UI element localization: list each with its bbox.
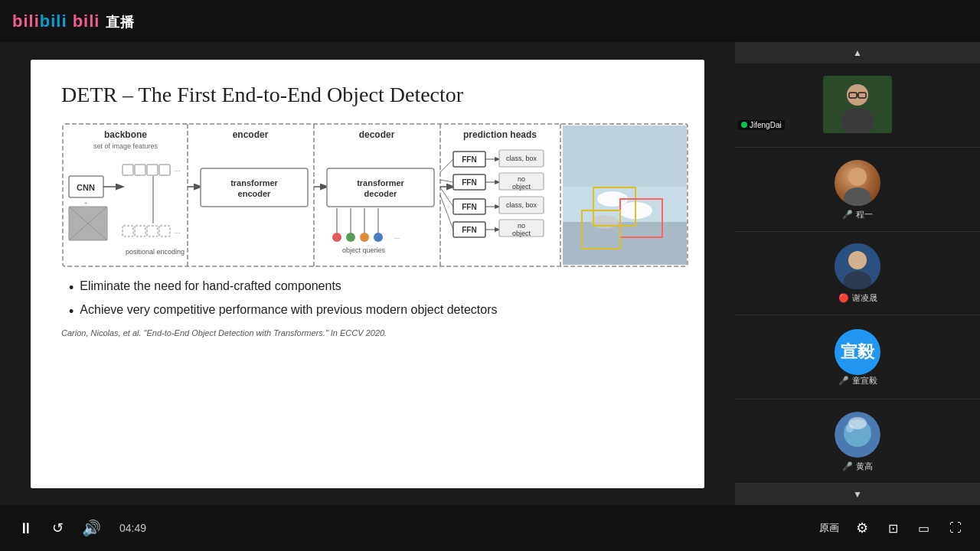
participant-card-chengy: 🎤 程一: [735, 148, 980, 232]
svg-line-72: [440, 187, 453, 207]
svg-text:CNN: CNN: [77, 183, 95, 192]
svg-line-73: [440, 195, 453, 230]
svg-point-36: [346, 233, 355, 242]
bullet-dot-1: •: [69, 279, 74, 297]
svg-text:FFN: FFN: [462, 155, 476, 164]
svg-text:object: object: [512, 230, 531, 237]
participant-card-huang: 🎤 黄高: [735, 399, 980, 484]
svg-text:FFN: FFN: [462, 178, 476, 187]
participant-avatar-chengy: [835, 160, 880, 206]
svg-text:+: +: [84, 200, 88, 207]
mic-icon-xie: 🔴: [838, 293, 849, 303]
svg-text:encoder: encoder: [238, 189, 272, 198]
svg-text:FFN: FFN: [462, 226, 476, 234]
scroll-down-button[interactable]: ▼: [735, 484, 980, 505]
svg-text:decoder: decoder: [364, 189, 398, 198]
svg-rect-13: [147, 165, 158, 175]
time-display: 04:49: [119, 522, 146, 534]
participant-avatar-xie: [835, 243, 880, 289]
original-quality-button[interactable]: 原画: [819, 521, 839, 535]
presenter-name-overlay: JifengDai: [738, 120, 785, 130]
volume-button[interactable]: 🔊: [79, 516, 104, 540]
svg-text:class, box: class, box: [506, 201, 537, 209]
svg-text:no: no: [518, 222, 525, 230]
participant-card-jifengdai: JifengDai: [735, 64, 980, 148]
svg-text:···: ···: [394, 234, 400, 242]
participant-name-bar-huang: 🎤 黄高: [738, 461, 977, 472]
scroll-up-button[interactable]: ▲: [735, 42, 980, 64]
svg-rect-11: [122, 165, 133, 175]
svg-text:class, box: class, box: [506, 155, 537, 162]
svg-point-90: [848, 168, 867, 186]
play-pause-button[interactable]: ⏸: [15, 517, 37, 540]
svg-text:positional encoding: positional encoding: [126, 248, 185, 256]
mic-icon-tong: 🎤: [838, 376, 849, 386]
mic-icon-chengy: 🎤: [842, 210, 853, 220]
svg-text:transformer: transformer: [230, 178, 278, 187]
svg-line-70: [440, 159, 453, 172]
svg-point-35: [332, 233, 341, 242]
arch-diagram: backbone set of image features CNN + ···: [61, 122, 674, 268]
participant-avatar-huang: [835, 412, 880, 458]
bottom-right-controls: 原画 ⚙ ⊡ ▭ ⛶: [819, 517, 965, 540]
svg-point-93: [848, 251, 867, 269]
svg-rect-19: [147, 226, 158, 236]
replay-button[interactable]: ↺: [49, 517, 67, 540]
svg-rect-12: [135, 165, 145, 175]
svg-rect-14: [159, 165, 170, 175]
participant-name-bar-tong: 🎤 童宣毅: [738, 375, 977, 386]
svg-point-80: [591, 215, 619, 229]
bullet-list: • Eliminate the need for hand-crafted co…: [61, 279, 674, 321]
fullscreen-button[interactable]: ⛶: [946, 518, 965, 538]
svg-text:no: no: [518, 175, 525, 183]
mic-icon-huang: 🎤: [842, 461, 853, 471]
top-bar: bilibili bili 直播: [0, 0, 980, 42]
slide: DETR – The First End-to-End Object Detec…: [31, 60, 704, 488]
slide-title: DETR – The First End-to-End Object Detec…: [61, 83, 674, 107]
svg-text:decoder: decoder: [359, 129, 395, 140]
svg-rect-26: [201, 168, 308, 207]
presenter-active-dot: [741, 122, 747, 128]
participant-card-xie: 🔴 谢凌晟: [735, 232, 980, 316]
bullet-dot-2: •: [69, 303, 74, 321]
svg-point-98: [846, 425, 854, 432]
svg-point-91: [844, 187, 871, 206]
settings-button[interactable]: ⚙: [853, 517, 871, 540]
svg-line-71: [440, 180, 453, 182]
svg-text:encoder: encoder: [233, 129, 269, 140]
theater-button[interactable]: ▭: [915, 518, 933, 539]
participant-name-bar-xie: 🔴 谢凌晟: [738, 292, 977, 304]
svg-text:backbone: backbone: [104, 129, 147, 140]
svg-text:prediction heads: prediction heads: [463, 129, 537, 140]
participant-avatar-tong: 宣毅: [835, 329, 880, 375]
svg-text:object queries: object queries: [342, 246, 386, 254]
bottom-bar: ⏸ ↺ 🔊 04:49 原画 ⚙ ⊡ ▭ ⛶: [0, 505, 980, 551]
svg-point-38: [374, 233, 383, 242]
svg-text:object: object: [512, 183, 531, 191]
svg-rect-18: [135, 226, 145, 236]
sidebar: ▲ JifengDai: [735, 42, 980, 505]
svg-rect-32: [327, 168, 434, 207]
svg-text:···: ···: [175, 229, 181, 236]
svg-point-37: [360, 233, 369, 242]
bullet-item-2: • Achieve very competitive performance w…: [69, 303, 674, 321]
svg-rect-20: [159, 226, 170, 236]
main-content: DETR – The First End-to-End Object Detec…: [0, 42, 735, 505]
svg-text:···: ···: [175, 167, 181, 174]
participant-card-tong: 宣毅 🎤 童宣毅: [735, 315, 980, 399]
svg-text:FFN: FFN: [462, 203, 476, 211]
arch-svg: backbone set of image features CNN + ···: [61, 122, 689, 268]
citation: Carion, Nicolas, et al. "End-to-End Obje…: [61, 328, 674, 337]
pip-button[interactable]: ⊡: [885, 518, 901, 539]
participant-avatar-jifengdai: [823, 76, 892, 133]
svg-rect-17: [122, 226, 133, 236]
svg-rect-76: [563, 126, 687, 187]
svg-text:set of image features: set of image features: [93, 142, 158, 150]
bullet-item-1: • Eliminate the need for hand-crafted co…: [69, 279, 674, 297]
participant-name-bar-chengy: 🎤 程一: [738, 209, 977, 220]
logo: bilibili bili 直播: [12, 11, 135, 31]
svg-text:transformer: transformer: [357, 178, 404, 187]
